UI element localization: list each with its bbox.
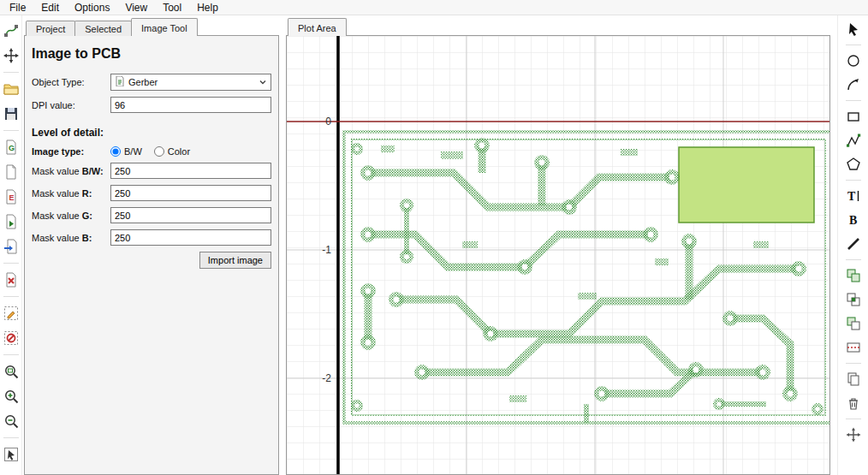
origin-move-icon[interactable] bbox=[2, 47, 21, 64]
toolbar-separator bbox=[846, 363, 861, 364]
toolbar-separator bbox=[3, 72, 19, 73]
gerber-file-icon bbox=[115, 74, 125, 90]
image-type-label: Image type: bbox=[32, 146, 110, 157]
open-gcode-icon[interactable] bbox=[2, 213, 21, 230]
add-text-icon[interactable]: T bbox=[844, 187, 863, 205]
select-icon[interactable] bbox=[844, 21, 863, 38]
svg-text:E: E bbox=[9, 193, 14, 202]
mask-r-label: Mask value R: bbox=[32, 188, 110, 199]
toolbar-separator bbox=[846, 180, 861, 181]
svg-text:T: T bbox=[847, 190, 856, 203]
cut-path-icon[interactable] bbox=[844, 339, 863, 356]
mask-g-label: Mask value G: bbox=[32, 211, 110, 221]
polygon-intersection-icon[interactable] bbox=[844, 291, 863, 308]
chevron-down-icon bbox=[259, 78, 267, 86]
new-document-icon[interactable] bbox=[2, 163, 21, 181]
y-tick-label: 0 bbox=[325, 116, 331, 128]
image-tool-panel: Image to PCB Object Type: Gerber DPI val… bbox=[24, 35, 279, 475]
add-circle-icon[interactable] bbox=[844, 52, 863, 69]
image-type-color-radio[interactable] bbox=[154, 146, 164, 157]
delete-shape-icon[interactable] bbox=[844, 395, 863, 412]
menu-tool[interactable]: Tool bbox=[155, 1, 189, 15]
pcb-copper-pour bbox=[679, 147, 814, 223]
cancel-document-icon[interactable] bbox=[2, 271, 21, 288]
menu-view[interactable]: View bbox=[117, 1, 155, 15]
mask-bw-input[interactable] bbox=[110, 163, 271, 179]
image-type-bw-label: B/W bbox=[124, 146, 142, 157]
add-arc-icon[interactable] bbox=[844, 76, 863, 93]
zoom-in-icon[interactable] bbox=[2, 388, 21, 405]
toolbar-separator bbox=[846, 259, 861, 260]
open-gerber-icon[interactable]: G bbox=[2, 139, 21, 156]
copy-objects-icon[interactable] bbox=[844, 371, 863, 388]
image-type-bw-radio[interactable] bbox=[110, 146, 121, 157]
add-path-icon[interactable] bbox=[844, 132, 863, 149]
menu-help[interactable]: Help bbox=[189, 1, 226, 15]
image-type-bw-option[interactable]: B/W bbox=[110, 146, 142, 157]
dpi-label: DPI value: bbox=[32, 100, 110, 110]
import-image-icon[interactable] bbox=[2, 238, 21, 255]
toolbar-separator bbox=[3, 130, 19, 131]
spline-tool-icon[interactable] bbox=[2, 22, 21, 39]
tab-project[interactable]: Project bbox=[26, 21, 75, 36]
open-excellon-icon[interactable]: E bbox=[2, 188, 21, 205]
object-type-select[interactable]: Gerber bbox=[110, 74, 271, 91]
save-project-icon[interactable] bbox=[2, 105, 21, 122]
menu-edit[interactable]: Edit bbox=[33, 1, 67, 15]
dpi-input[interactable] bbox=[110, 97, 271, 113]
file-toolbar: G E bbox=[0, 15, 22, 475]
zoom-out-icon[interactable] bbox=[2, 413, 21, 430]
plot-canvas[interactable]: 0 -1 -2 bbox=[287, 36, 830, 475]
grid-lines bbox=[287, 36, 830, 475]
panel-title: Image to PCB bbox=[32, 46, 271, 62]
tab-plot-area[interactable]: Plot Area bbox=[288, 18, 347, 36]
mask-bw-label: Mask value B/W: bbox=[32, 166, 110, 176]
toolbar-separator bbox=[3, 437, 19, 438]
object-type-value: Gerber bbox=[128, 77, 255, 87]
y-tick-label: -2 bbox=[322, 372, 331, 384]
panel-tabs: Project Selected Image Tool bbox=[24, 18, 279, 36]
polygon-union-icon[interactable] bbox=[844, 267, 863, 284]
menu-bar: File Edit Options View Tool Help bbox=[0, 0, 868, 15]
svg-text:B: B bbox=[849, 214, 857, 227]
move-objects-icon[interactable] bbox=[844, 426, 863, 443]
zoom-fit-icon[interactable] bbox=[2, 363, 21, 380]
toolbar-separator bbox=[846, 100, 861, 101]
level-of-detail-heading: Level of detail: bbox=[32, 127, 271, 139]
mask-g-input[interactable] bbox=[110, 207, 271, 223]
image-type-color-option[interactable]: Color bbox=[154, 146, 190, 157]
polygon-subtraction-icon[interactable] bbox=[844, 315, 863, 332]
object-type-label: Object Type: bbox=[32, 77, 110, 87]
select-tool-icon[interactable] bbox=[2, 446, 21, 463]
geometry-editor-toolbar: T B bbox=[837, 15, 868, 475]
tool-panel: Project Selected Image Tool Image to PCB… bbox=[22, 15, 281, 475]
update-geometry-icon[interactable] bbox=[2, 330, 21, 347]
y-tick-label: -1 bbox=[322, 244, 331, 256]
add-polygon-icon[interactable] bbox=[844, 156, 863, 173]
edit-geometry-icon[interactable] bbox=[2, 305, 21, 322]
toolbar-separator bbox=[846, 45, 861, 45]
svg-text:G: G bbox=[9, 144, 15, 152]
toolbar-separator bbox=[3, 296, 19, 297]
import-image-button[interactable]: Import image bbox=[199, 252, 271, 269]
mask-r-input[interactable] bbox=[110, 185, 271, 201]
open-project-icon[interactable] bbox=[2, 80, 21, 98]
tab-selected[interactable]: Selected bbox=[74, 21, 132, 36]
menu-options[interactable]: Options bbox=[67, 1, 117, 15]
plot-canvas-frame: 0 -1 -2 bbox=[286, 35, 830, 475]
menu-file[interactable]: File bbox=[2, 1, 33, 15]
toolbar-separator bbox=[3, 263, 19, 264]
tab-image-tool[interactable]: Image Tool bbox=[131, 18, 198, 36]
mask-b-input[interactable] bbox=[110, 229, 271, 246]
toolbar-separator bbox=[846, 419, 861, 419]
plot-region: Plot Area bbox=[281, 15, 837, 475]
image-type-color-label: Color bbox=[168, 146, 190, 157]
plot-tabs: Plot Area bbox=[286, 18, 830, 36]
toolbar-separator bbox=[3, 354, 19, 355]
add-rectangle-icon[interactable] bbox=[844, 108, 863, 125]
paint-icon[interactable] bbox=[844, 235, 863, 252]
buffer-icon[interactable]: B bbox=[844, 211, 863, 229]
mask-b-label: Mask value B: bbox=[32, 233, 110, 243]
app-window: File Edit Options View Tool Help G E bbox=[0, 0, 868, 475]
